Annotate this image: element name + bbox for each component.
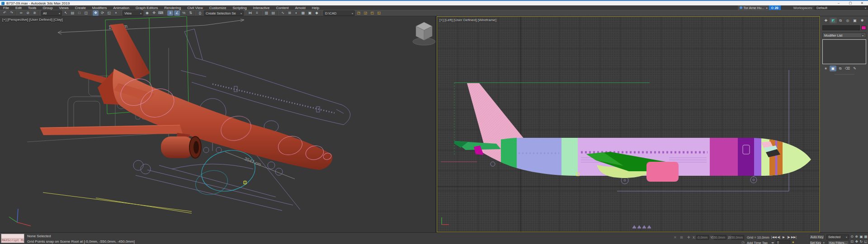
minimize-button[interactable]: – (833, 1, 844, 5)
go-to-start-button[interactable]: |◀◀ (771, 235, 776, 239)
menu-item[interactable]: File (0, 6, 12, 10)
menu-item[interactable]: Animation (110, 6, 132, 10)
workspace-dropdown[interactable]: Default ▾ (815, 6, 868, 10)
selection-lock-toggle[interactable]: ⊠ (680, 235, 683, 239)
maxscript-mini-listener[interactable]: MAXScript Mi (1, 234, 24, 243)
window-crossing-toggle[interactable]: ◫▾ (83, 10, 89, 16)
create-default-project-button[interactable]: ◳▾ (356, 10, 362, 16)
menu-item[interactable]: Interactive (250, 6, 273, 10)
toolbar-button[interactable]: ▾ (195, 11, 196, 15)
viewcube[interactable] (413, 22, 435, 45)
menu-item[interactable]: Graph Editors (132, 6, 161, 10)
undo-button[interactable]: ↶▾ (2, 10, 8, 16)
point-helper-marker[interactable] (244, 180, 246, 185)
menu-item[interactable]: Help (309, 6, 322, 10)
zoom-region-button[interactable]: ⊡ (850, 239, 854, 244)
bind-to-space-warp-button[interactable]: ≋▾ (32, 10, 38, 16)
select-and-scale-button[interactable]: ◱▾ (106, 10, 112, 16)
selection-filter-dropdown[interactable]: All▾ (41, 10, 62, 16)
select-object-button[interactable]: ↖▾ (63, 10, 69, 16)
render-production-button[interactable]: ◆▾ (314, 10, 320, 16)
frame-step-arrows[interactable]: ◂▸ (771, 241, 774, 244)
select-and-link-button[interactable]: ∞▾ (18, 10, 24, 16)
toolbar-button[interactable]: ▾ (165, 11, 166, 15)
toolbar-button[interactable]: ▾ (321, 11, 322, 15)
pan-view-button[interactable]: ✥ (854, 239, 859, 244)
toolbar-button[interactable]: ▾ (16, 11, 17, 15)
show-end-result-toggle[interactable]: ▣ (830, 66, 836, 71)
menu-item[interactable]: Scripting (229, 6, 250, 10)
coord-y-field[interactable]: -550,0mm (714, 235, 726, 240)
set-key-button[interactable]: Set Key (809, 240, 822, 244)
toolbar-button[interactable]: ▾ (278, 11, 278, 15)
menu-item[interactable]: Customize (206, 6, 230, 10)
set-key-filters-icon[interactable]: ⌖ (823, 241, 825, 244)
render-setup-button[interactable]: ▦▾ (300, 10, 306, 16)
motion-tab[interactable]: ◎ (844, 18, 851, 23)
left-viewport[interactable]: [+] [Left] [User Defined] [Wireframe] (437, 16, 820, 232)
pin-stack-button[interactable]: ∗ (822, 66, 829, 71)
zoom-extents-all-button[interactable]: ▦ (863, 234, 868, 239)
create-tab[interactable]: ✚ (822, 18, 830, 23)
modifier-stack-list[interactable] (822, 39, 866, 64)
menu-item[interactable]: Modifiers (89, 6, 110, 10)
auto-key-button[interactable]: Auto Key (809, 235, 825, 239)
create-project-from-current-button[interactable]: ◲▾ (363, 10, 368, 16)
menu-item[interactable]: Tools (25, 6, 40, 10)
toggle-layer-explorer-button[interactable]: ▤▾ (270, 10, 276, 16)
toolbar-button[interactable]: ▾ (261, 11, 262, 15)
unlink-selection-button[interactable]: ⊘▾ (25, 10, 31, 16)
add-time-tag[interactable]: Add Time Tag (747, 241, 768, 244)
next-frame-button[interactable]: |▶ (786, 235, 791, 239)
coord-z-field[interactable]: -450,0mm (731, 235, 744, 240)
zoom-all-button[interactable]: ⊕ (854, 234, 859, 239)
object-color-swatch[interactable] (861, 26, 866, 30)
redo-button[interactable]: ↷▾ (9, 10, 14, 16)
menu-item[interactable]: Civil View (184, 6, 206, 10)
isolate-selection-toggle[interactable]: ✕ (674, 235, 677, 239)
object-name-field[interactable] (822, 25, 860, 30)
orbit-button[interactable]: ↻ (859, 239, 863, 244)
use-pivot-point-center-button[interactable]: ◉▾ (144, 10, 150, 16)
go-to-end-button[interactable]: ▶▶| (791, 235, 796, 239)
utilities-tab[interactable]: ✱ (859, 18, 866, 23)
title-bar[interactable]: B737-09.max - Autodesk 3ds Max 2019 –▢✕ (0, 1, 868, 5)
snaps-toggle-3d[interactable]: 3▾ (167, 10, 173, 16)
set-active-project-button[interactable]: ◰▾ (369, 10, 375, 16)
previous-frame-button[interactable]: ◀| (776, 235, 781, 239)
keyboard-shortcut-override-toggle[interactable]: ⌨▾ (158, 10, 164, 16)
perspective-viewport[interactable]: [+] [Perspective] [User Defined] [Clay] (0, 16, 435, 232)
menu-item[interactable]: Create (72, 6, 89, 10)
maximize-button[interactable]: ▢ (844, 1, 856, 5)
configure-modifier-sets-button[interactable]: ✎ (851, 66, 858, 71)
key-filters-button[interactable]: Key Filters... (827, 240, 849, 244)
curve-editor-button[interactable]: ∿▾ (280, 10, 286, 16)
menu-item[interactable]: Content (273, 6, 292, 10)
display-tab[interactable]: ▣ (851, 18, 859, 23)
menu-item[interactable]: Edit (12, 6, 25, 10)
toggle-scene-explorer-button[interactable]: ▥▾ (264, 10, 269, 16)
toolbar-button[interactable]: ▾ (245, 11, 246, 15)
menu-item[interactable]: Arnold (292, 6, 309, 10)
maximize-viewport-toggle[interactable]: ◱ (863, 239, 868, 244)
spinner-snap-toggle[interactable]: ⇅▾ (188, 10, 193, 16)
select-and-place-button[interactable]: ⌖▾ (113, 10, 119, 16)
rendered-frame-window-button[interactable]: ▣▾ (307, 10, 313, 16)
mirror-button[interactable]: ⋈▾ (247, 10, 253, 16)
menu-item[interactable]: Views (56, 6, 72, 10)
zoom-extents-button[interactable]: ▣ (859, 234, 863, 239)
remove-modifier-button[interactable]: ⌫ (844, 66, 851, 71)
key-mode-toggle[interactable]: ✦ (792, 240, 795, 244)
menu-item[interactable]: Rendering (161, 6, 184, 10)
toolbar-button[interactable]: ▾ (39, 11, 40, 15)
play-button[interactable]: ▶ (781, 235, 786, 239)
sign-in-notification-badge[interactable]: 20 (769, 5, 780, 10)
rectangular-selection-region-button[interactable]: □▾ (76, 10, 82, 16)
toolbar-button[interactable]: ▾ (120, 11, 121, 15)
modify-tab[interactable]: ◩ (830, 18, 837, 23)
viewport-label[interactable]: [+] [Left] [User Defined] [Wireframe] (439, 18, 496, 22)
select-and-rotate-button[interactable]: ⟳▾ (99, 10, 105, 16)
project-folder-dropdown[interactable]: D:\CAD▾ (323, 10, 355, 16)
select-and-manipulate-button[interactable]: ✜▾ (151, 10, 157, 16)
angle-snap-toggle[interactable]: ∠▾ (174, 10, 180, 16)
